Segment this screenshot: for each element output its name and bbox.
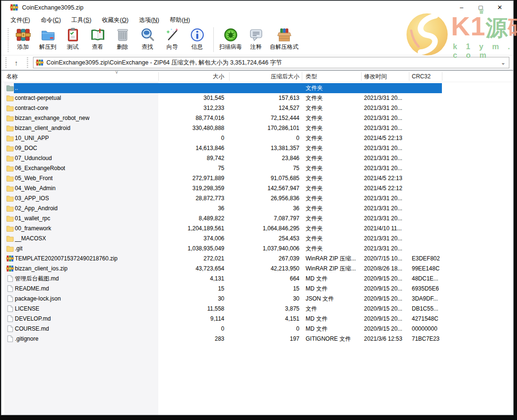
- close-icon: ✕: [497, 4, 503, 11]
- file-type: MD 文件: [306, 284, 362, 294]
- address-grip2[interactable]: [27, 57, 28, 68]
- column-header-name[interactable]: 名称: [6, 73, 18, 80]
- file-modified-time: 2020/8/26 18...: [364, 264, 410, 274]
- close-button[interactable]: ✕: [490, 1, 509, 14]
- toolbar-grip[interactable]: [7, 28, 9, 53]
- file-row[interactable]: 管理后台截图.md 4,131 664 MD 文件 2020/9/15 20..…: [1, 274, 513, 284]
- file-icon: [6, 275, 14, 282]
- view-button[interactable]: 查看: [85, 26, 110, 53]
- archive-path-combobox[interactable]: CoinExchange3095.zip\CoinExchange - ZIP6…: [33, 57, 509, 68]
- file-modified-time: 2021/3/31 20...: [364, 143, 410, 153]
- file-row[interactable]: 10_UNI_APP 0 0 文件夹 2021/4/5 22:13: [1, 133, 513, 143]
- find-magnifier-icon: [140, 27, 155, 43]
- column-header-packed[interactable]: 压缩后大小: [225, 73, 299, 80]
- column-divider[interactable]: [442, 72, 442, 81]
- folder-icon: [6, 125, 14, 131]
- scan-virus-button[interactable]: 扫描病毒: [218, 26, 243, 53]
- column-header-modified[interactable]: 修改时间: [364, 73, 387, 80]
- file-row[interactable]: COURSE.md 0 0 MD 文件 2020/9/15 20... 0000…: [1, 324, 513, 334]
- comment-button[interactable]: 注释: [243, 26, 268, 53]
- column-header-crc32[interactable]: CRC32: [412, 73, 430, 80]
- extract-to-button[interactable]: 解压到: [35, 26, 60, 53]
- sfx-button[interactable]: 自解压格式: [268, 26, 300, 53]
- file-packed-size: 0: [225, 133, 299, 143]
- file-type: MD 文件: [306, 324, 362, 334]
- column-divider[interactable]: [229, 72, 230, 81]
- file-icon: [6, 335, 14, 342]
- column-divider[interactable]: [302, 72, 302, 81]
- column-divider[interactable]: [361, 72, 362, 81]
- column-divider[interactable]: [158, 72, 159, 81]
- file-row[interactable]: 04_Web_Admin 319,298,359 142,567,947 文件夹…: [1, 183, 513, 194]
- file-row[interactable]: 02_App_Android 36 36 文件夹 2021/3/31 20...: [1, 204, 513, 214]
- file-row[interactable]: contract-core 312,233 124,527 文件夹 2021/3…: [1, 103, 513, 113]
- file-modified-time: 2021/3/31 20...: [364, 244, 410, 254]
- add-button[interactable]: 添加: [11, 26, 35, 53]
- file-size: 88,774,016: [154, 113, 224, 123]
- info-button[interactable]: 信息: [185, 26, 209, 53]
- file-row[interactable]: 00_framework 1,204,189,561 1,064,846,295…: [1, 224, 513, 234]
- file-type: 文件夹: [306, 173, 362, 183]
- menu-bar: 文件(F) 命令(C) 工具(S) 收藏夹(O) 选项(N) 帮助(H): [1, 14, 513, 26]
- menu-help[interactable]: 帮助(H): [165, 16, 195, 24]
- file-row[interactable]: 05_Web_Front 272,971,889 91,075,685 文件夹 …: [1, 173, 513, 183]
- file-name: ..: [15, 83, 18, 93]
- up-one-level-button[interactable]: ↑: [10, 57, 23, 68]
- menu-file[interactable]: 文件(F): [5, 16, 35, 24]
- file-modified-time: 2021/4/5 22:12: [364, 183, 410, 194]
- test-button[interactable]: 测试: [60, 26, 85, 53]
- file-row[interactable]: bizzan_client_android 330,480,888 170,28…: [1, 123, 513, 133]
- window-title: CoinExchange3095.zip: [22, 4, 84, 11]
- find-button[interactable]: 查找: [135, 26, 160, 53]
- menu-tools[interactable]: 工具(S): [66, 16, 97, 24]
- file-row[interactable]: 03_APP_IOS 28,872,773 26,956,836 文件夹 202…: [1, 194, 513, 204]
- file-row[interactable]: bizzan_client_ios.zip 43,723,654 42,213,…: [1, 264, 513, 274]
- maximize-button[interactable]: ▢: [471, 1, 490, 14]
- menu-commands[interactable]: 命令(C): [35, 16, 66, 24]
- file-row[interactable]: package-lock.json 30 30 JSON 文件 2020/9/1…: [1, 294, 513, 304]
- file-type: WinRAR ZIP 压缩...: [306, 254, 362, 264]
- file-row[interactable]: .git 1,038,935,049 1,037,940,006 文件夹 202…: [1, 244, 513, 254]
- delete-button[interactable]: 删除: [110, 26, 135, 53]
- file-packed-size: 26,956,836: [225, 194, 299, 204]
- minimize-button[interactable]: –: [452, 1, 471, 14]
- add-archive-icon: [15, 27, 31, 43]
- file-packed-size: 3,875: [225, 304, 299, 314]
- file-row[interactable]: .. 文件夹: [1, 83, 513, 93]
- menu-options[interactable]: 选项(N): [134, 16, 165, 24]
- file-row[interactable]: 07_Uduncloud 89,742 23,846 文件夹 2021/3/31…: [1, 153, 513, 163]
- file-name: 07_Uduncloud: [15, 153, 52, 163]
- file-name: DEVELOP.md: [15, 314, 51, 324]
- file-row[interactable]: 06_ExchangeRobot 75 75 文件夹 2021/3/31 20.…: [1, 163, 513, 173]
- file-name: bizzan_exchange_robot_new: [15, 113, 89, 123]
- chevron-down-icon[interactable]: ⌄: [501, 59, 506, 66]
- file-type: 文件夹: [306, 204, 362, 214]
- file-row[interactable]: 09_DOC 14,613,846 13,381,357 文件夹 2021/3/…: [1, 143, 513, 153]
- file-row[interactable]: __MACOSX 374,006 254,453 文件夹 2021/3/31 2…: [1, 234, 513, 244]
- file-row[interactable]: bizzan_exchange_robot_new 88,774,016 72,…: [1, 113, 513, 123]
- column-header-type[interactable]: 类型: [306, 73, 317, 80]
- file-row[interactable]: TEMPLATE20200715372490218760.zip 272,021…: [1, 254, 513, 264]
- file-row[interactable]: 01_wallet_rpc 8,489,822 7,087,797 文件夹 20…: [1, 214, 513, 224]
- file-row[interactable]: README.md 15 15 MD 文件 2020/9/15 20... 69…: [1, 284, 513, 294]
- file-row[interactable]: LICENSE 11,558 3,875 文件 2020/9/15 20... …: [1, 304, 513, 314]
- file-modified-time: 2021/3/31 20...: [364, 204, 410, 214]
- file-name: 管理后台截图.md: [15, 274, 59, 284]
- column-header-size[interactable]: 大小: [154, 73, 224, 80]
- file-row[interactable]: contract-perpetual 301,545 157,613 文件夹 2…: [1, 93, 513, 103]
- column-divider[interactable]: [409, 72, 409, 81]
- folder-icon: [6, 205, 14, 212]
- zip-icon: [6, 265, 14, 272]
- address-grip[interactable]: [5, 57, 7, 68]
- column-header-row: 名称 ˅ 大小 压缩后大小 类型 修改时间 CRC32: [1, 71, 513, 82]
- file-name: 10_UNI_APP: [15, 133, 49, 143]
- file-row[interactable]: .gitignore 283 197 GITIGNORE 文件 2021/3/6…: [1, 334, 513, 344]
- file-type: 文件夹: [306, 123, 362, 133]
- file-modified-time: 2021/4/5 22:13: [364, 133, 410, 143]
- wizard-button[interactable]: 向导: [160, 26, 185, 53]
- file-packed-size: 1,064,846,295: [225, 224, 299, 234]
- menu-favorites[interactable]: 收藏夹(O): [97, 16, 134, 24]
- file-row[interactable]: DEVELOP.md 9,114 4,151 MD 文件 2020/9/15 2…: [1, 314, 513, 324]
- sfx-box-icon: [276, 27, 292, 43]
- winrar-window: CoinExchange3095.zip – ▢ ✕ 文件(F) 命令(C) 工…: [1, 0, 514, 415]
